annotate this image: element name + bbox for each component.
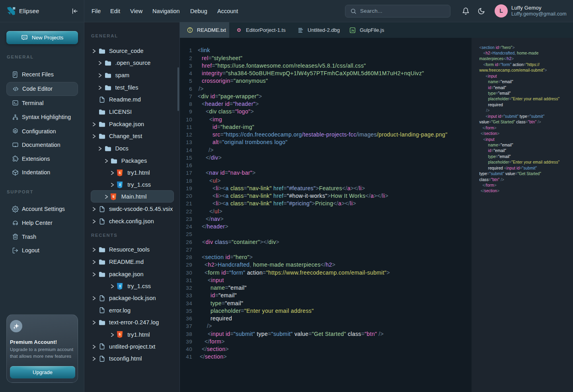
- svg-text:Js: Js: [351, 29, 354, 32]
- svg-text:5: 5: [119, 171, 121, 175]
- svg-text:5: 5: [113, 195, 115, 199]
- svg-text:3: 3: [119, 284, 121, 288]
- svg-text:5: 5: [119, 332, 121, 336]
- svg-text:3: 3: [119, 183, 121, 187]
